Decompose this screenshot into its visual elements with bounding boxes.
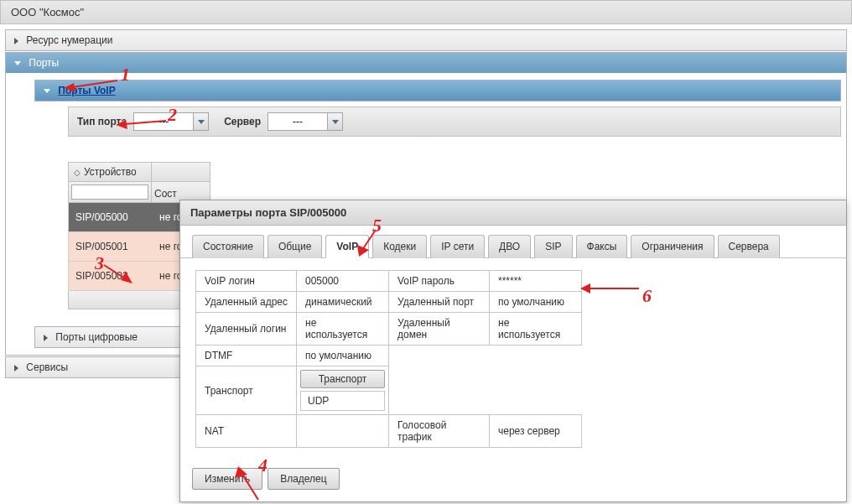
dropdown-button[interactable]: [327, 113, 342, 130]
port-type-label: Тип порта: [77, 116, 127, 127]
prop-value: динамический: [297, 292, 389, 313]
device-filter-input[interactable]: [71, 184, 148, 200]
tab-ipnets[interactable]: IP сети: [430, 235, 485, 258]
prop-label: Транспорт: [196, 366, 297, 415]
cell-device: SIP/005000: [75, 211, 159, 223]
col-device-label: Устройство: [84, 166, 137, 178]
filter-toolbar: Тип порта Сервер: [68, 107, 841, 137]
ports-voip-link[interactable]: Порты VoIP: [58, 85, 115, 96]
accordion-ports[interactable]: Порты: [6, 53, 846, 73]
prop-label: Удаленный адрес: [196, 292, 297, 313]
prop-label: DTMF: [196, 346, 297, 366]
port-params-dialog: Параметры порта SIP/005000 Состояние Общ…: [179, 200, 847, 502]
tab-state[interactable]: Состояние: [192, 235, 264, 258]
voip-properties-table: VoIP логин 005000 VoIP пароль ****** Уда…: [195, 270, 582, 448]
col-state-header[interactable]: [152, 162, 210, 182]
tab-fax[interactable]: Факсы: [576, 235, 628, 258]
tab-limits[interactable]: Ограничения: [631, 235, 714, 258]
tab-servers[interactable]: Сервера: [718, 235, 780, 258]
col-device-header[interactable]: ◇ Устройство: [68, 162, 152, 182]
prop-label: Удаленный логин: [196, 313, 297, 346]
prop-value: не используется: [490, 313, 582, 346]
chevron-right-icon: [14, 38, 18, 44]
tab-general[interactable]: Общие: [268, 235, 322, 258]
prop-value: по умолчанию: [297, 346, 389, 366]
accordion-label: Порты цифровые: [55, 331, 138, 343]
server-value[interactable]: [268, 113, 327, 130]
cell-device: SIP/005001: [75, 241, 159, 252]
page-title: ООО "Космос": [0, 0, 852, 24]
accordion-label: Сервисы: [26, 361, 68, 373]
chevron-right-icon: [44, 335, 48, 341]
prop-label: Голосовой трафик: [389, 415, 490, 448]
accordion-ports-voip[interactable]: Порты VoIP: [35, 81, 840, 101]
dropdown-button[interactable]: [193, 113, 208, 130]
prop-value: [297, 415, 389, 448]
transport-button[interactable]: Транспорт: [300, 370, 385, 388]
prop-value: 005000: [297, 271, 389, 292]
transport-value: UDP: [300, 391, 385, 411]
port-type-combo[interactable]: [133, 112, 209, 131]
edit-button[interactable]: Изменить: [192, 468, 262, 490]
server-combo[interactable]: [268, 112, 343, 131]
server-label: Сервер: [224, 116, 261, 127]
chevron-down-icon: [332, 120, 339, 124]
prop-label: NAT: [196, 415, 297, 448]
chevron-right-icon: [14, 365, 18, 372]
prop-value: ******: [490, 271, 582, 292]
prop-label: Удаленный домен: [389, 313, 490, 346]
col-state-label: Сост: [154, 188, 177, 200]
accordion-numbering[interactable]: Ресурс нумерации: [6, 30, 846, 50]
tab-codecs[interactable]: Кодеки: [372, 235, 427, 258]
prop-label: VoIP логин: [196, 271, 297, 292]
accordion-label: Ресурс нумерации: [26, 34, 112, 46]
prop-value: через сервер: [490, 415, 582, 448]
owner-button[interactable]: Владелец: [268, 468, 340, 490]
tab-dvo[interactable]: ДВО: [488, 235, 531, 258]
tab-sip[interactable]: SIP: [534, 235, 572, 258]
accordion-label: Порты: [29, 57, 59, 69]
chevron-down-icon: [44, 89, 50, 93]
prop-value: по умолчанию: [490, 292, 582, 313]
prop-label: VoIP пароль: [389, 271, 490, 292]
dialog-title: Параметры порта SIP/005000: [180, 200, 846, 226]
chevron-down-icon: [198, 120, 205, 124]
cell-device: SIP/005002: [75, 270, 159, 282]
chevron-down-icon: [14, 61, 21, 65]
tab-voip[interactable]: VoIP: [325, 235, 369, 258]
prop-label: Удаленный порт: [389, 292, 490, 313]
prop-value: не используется: [297, 313, 389, 346]
sort-icon: ◇: [74, 168, 81, 177]
port-type-value[interactable]: [134, 113, 193, 130]
dialog-tabs: Состояние Общие VoIP Кодеки IP сети ДВО …: [180, 226, 846, 258]
